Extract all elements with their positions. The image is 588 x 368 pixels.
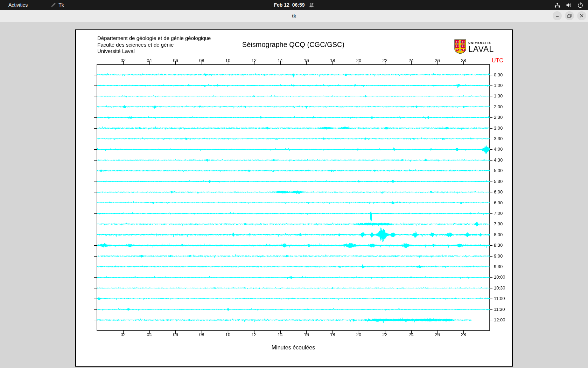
x-tick-label-top: 24: [408, 58, 413, 63]
utc-time-label: 3:30: [494, 136, 503, 141]
utc-time-label: 6:00: [494, 189, 503, 195]
app-indicator[interactable]: Tk: [51, 0, 64, 10]
utc-time-label: 0:30: [494, 72, 503, 77]
x-tick-label-top: 10: [225, 58, 230, 63]
app-indicator-label: Tk: [58, 2, 64, 8]
x-tick-label-top: 28: [461, 58, 466, 63]
utc-time-label: 5:00: [494, 168, 503, 173]
x-tick-label-top: 22: [383, 58, 387, 63]
clock-label: Feb 12 06:59: [274, 2, 305, 8]
plot-title: Séismographe QCQ (CGC/GSC): [242, 41, 344, 49]
utc-time-label: 1:00: [494, 83, 503, 88]
utc-time-label: 12:00: [494, 317, 505, 322]
notifications-muted-icon: [309, 2, 314, 8]
system-status-area[interactable]: [554, 0, 583, 10]
x-axis-title: Minutes écoulées: [272, 345, 315, 351]
desktop: Activities Tk Feb 12 06:59: [0, 0, 588, 368]
x-tick-label-bottom: 24: [408, 332, 413, 337]
utc-time-label: 2:00: [494, 104, 503, 109]
laval-shield-icon: [454, 39, 466, 55]
activities-button[interactable]: Activities: [4, 0, 33, 10]
utc-time-label: 9:00: [494, 253, 503, 259]
seismogram-plot: [76, 30, 512, 366]
utc-time-label: 10:00: [494, 274, 505, 280]
utc-time-label: 7:30: [494, 221, 503, 226]
utc-time-label: 8:30: [494, 243, 503, 248]
utc-time-label: 2:30: [494, 115, 503, 120]
x-tick-label-top: 02: [121, 58, 126, 63]
logo-universite-text: UNIVERSITÉ: [468, 41, 494, 45]
utc-time-label: 7:00: [494, 211, 503, 216]
utc-time-label: 1:30: [494, 93, 503, 98]
x-tick-label-bottom: 20: [356, 332, 361, 337]
x-tick-label-bottom: 04: [147, 332, 152, 337]
utc-time-label: 11:30: [494, 307, 505, 312]
x-tick-label-bottom: 06: [173, 332, 178, 337]
utc-time-label: 3:00: [494, 125, 503, 131]
gnome-top-bar: Activities Tk Feb 12 06:59: [0, 0, 588, 10]
institution-line: Faculté des sciences et de génie: [97, 42, 211, 48]
utc-time-label: 8:00: [494, 232, 503, 237]
x-tick-label-top: 12: [252, 58, 257, 63]
utc-time-label: 6:30: [494, 200, 503, 205]
institution-line: Département de géologie et de génie géol…: [97, 35, 211, 42]
x-axis-top-labels: 0204060810121416182022242628: [76, 58, 512, 63]
logo-laval-text: LAVAL: [468, 45, 494, 54]
utc-time-label: 11:00: [494, 296, 505, 301]
utc-time-label: 10:30: [494, 285, 505, 291]
close-button[interactable]: [577, 11, 586, 20]
utc-time-label: 4:00: [494, 146, 503, 152]
window-title: tk: [292, 13, 296, 19]
x-tick-label-bottom: 08: [199, 332, 204, 337]
x-tick-label-top: 14: [278, 58, 282, 63]
restore-button[interactable]: [565, 11, 574, 20]
institution-block: Département de géologie et de génie géol…: [97, 35, 211, 55]
utc-label: UTC: [492, 57, 503, 64]
utc-time-label: 9:30: [494, 264, 503, 269]
x-tick-label-bottom: 10: [225, 332, 230, 337]
tk-app-icon: [51, 2, 56, 8]
x-tick-label-bottom: 14: [278, 332, 282, 337]
x-tick-label-top: 06: [173, 58, 178, 63]
institution-line: Université Laval: [97, 48, 211, 55]
x-axis-bottom-labels: 0204060810121416182022242628: [76, 332, 512, 338]
x-tick-label-bottom: 02: [121, 332, 126, 337]
volume-icon: [566, 2, 572, 8]
universite-laval-logo: UNIVERSITÉ LAVAL: [454, 39, 494, 55]
power-icon: [578, 2, 583, 8]
network-wired-icon: [554, 2, 560, 8]
minimize-button[interactable]: [553, 11, 562, 20]
x-tick-label-top: 20: [356, 58, 361, 63]
x-tick-label-bottom: 26: [435, 332, 440, 337]
clock-menu[interactable]: Feb 12 06:59: [274, 0, 314, 10]
x-tick-label-top: 04: [147, 58, 152, 63]
seismograph-panel: Département de géologie et de génie géol…: [75, 29, 513, 367]
x-tick-label-bottom: 16: [304, 332, 309, 337]
x-tick-label-top: 18: [330, 58, 335, 63]
x-tick-label-bottom: 18: [330, 332, 335, 337]
x-tick-label-bottom: 22: [383, 332, 387, 337]
x-tick-label-bottom: 28: [461, 332, 466, 337]
x-tick-label-top: 08: [199, 58, 204, 63]
x-tick-label-top: 26: [435, 58, 440, 63]
utc-time-label: 5:30: [494, 179, 503, 184]
x-tick-label-top: 16: [304, 58, 309, 63]
window-title-bar[interactable]: tk: [0, 10, 588, 22]
utc-time-label: 4:30: [494, 157, 503, 163]
x-tick-label-bottom: 12: [252, 332, 257, 337]
